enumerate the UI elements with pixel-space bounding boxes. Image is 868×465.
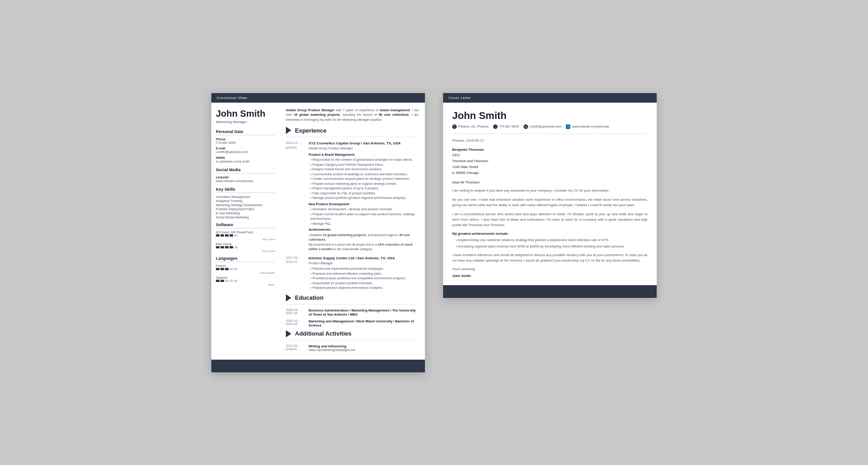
cv-main: Global Group Product Manager with 7 year… <box>279 103 425 360</box>
exp-1-new-label: New Product Development: <box>309 202 419 207</box>
skill-3: Marketing Strategy Development <box>216 203 275 207</box>
linkedin-value: www.linkedin.com/johnutw <box>216 179 275 183</box>
email-icon: ✉ <box>524 124 528 129</box>
exp-1-date: 2010-12 -present <box>286 141 309 252</box>
education-header: Education <box>286 294 419 302</box>
languages-title: Languages <box>216 256 275 262</box>
edu-2-school: Marketing and Management / West Miami Un… <box>309 319 419 327</box>
exp-1-new-2: • Prepare communication plans to support… <box>309 212 419 222</box>
cl-achievements-title: My greatest achievements include: <box>452 232 648 236</box>
linkedin-label: LinkedIn <box>216 176 275 179</box>
software-2-rating <box>216 246 275 248</box>
software-1-label: Very Good <box>216 238 275 241</box>
cl-name: John Smith <box>452 110 648 122</box>
edu-entry-1: 2005-09 -2007-05 Business Administration… <box>286 308 419 317</box>
education-title: Education <box>295 294 324 301</box>
location-icon: 📍 <box>452 124 457 129</box>
cl-header-bar: Cover Letter <box>443 93 657 103</box>
cv-body: John Smith Marketing Manager Personal Da… <box>211 103 425 360</box>
exp-1-content: XYZ Cosmetics Capital Group / San Antoni… <box>309 141 419 252</box>
recipient-name: Benjamin Thomson <box>452 148 484 152</box>
exp-2-date: 2007-09 -2010-11 <box>286 256 309 291</box>
cl-linkedin-text: www.linkedin.com/johnutw <box>572 125 609 128</box>
act-1-url: www.mymarketingcampaigns.me <box>309 348 419 351</box>
edu-1-content: Business Administration / Marketing Mana… <box>309 308 419 317</box>
cv-job-title: Marketing Manager <box>216 120 275 124</box>
cl-achievement-2: • Increasing regional sales revenue from… <box>452 244 648 249</box>
exp-2-company: Kitchen Supply Center Ltd / San Antonio,… <box>309 256 419 261</box>
documents-container: Curriculum Vitae John Smith Marketing Ma… <box>211 93 657 372</box>
cl-para-4: I have excellent references and would be… <box>452 252 648 263</box>
email-label: E-mail <box>216 147 275 150</box>
act-1-title: Writing and Influencing <box>309 344 419 348</box>
software-1-rating <box>216 234 275 237</box>
edu-1-date: 2005-09 -2007-05 <box>286 308 309 317</box>
recipient-title: CEO <box>452 153 459 157</box>
exp-2-b4: • Responsible for product portfolio fore… <box>309 281 419 286</box>
key-skills-title: Key Skills <box>216 187 275 193</box>
phone-value: 774-987-4009 <box>216 141 275 145</box>
exp-2-content: Kitchen Supply Center Ltd / San Antonio,… <box>309 256 419 291</box>
activities-header: Additional Activities <box>286 330 419 337</box>
recipient-address: 1140 Main Street <box>452 165 478 169</box>
edu-2-date: 2000-10 -2004-05 <box>286 319 309 327</box>
cl-para-3: I am a conscientious person who works ha… <box>452 212 648 228</box>
exp-1-new-3: • Manage P&L. <box>309 222 419 227</box>
cv-footer <box>211 360 425 372</box>
cl-footer <box>443 285 657 298</box>
act-1-content: Writing and Influencing www.mymarketingc… <box>309 344 419 351</box>
www-label: WWW <box>216 156 275 159</box>
exp-1-product-label: Product & Brand Management: <box>309 153 419 158</box>
cl-divider <box>452 134 648 134</box>
skill-6: Social Media Marketing <box>216 216 275 219</box>
lang-2-rating <box>216 280 275 282</box>
cl-signature: John Smith <box>452 274 648 278</box>
lang-1-label: Intermediate <box>216 272 275 274</box>
exp-1-bullet-5: • Create communication support plans for… <box>309 177 419 182</box>
cl-greeting: Dear Mr Thomson <box>452 180 648 184</box>
exp-1-bullet-3: • Analyze market trends and recommend so… <box>309 167 419 172</box>
lang-1-rating <box>216 268 275 270</box>
software-1: MS Excel, MS PowerPoint <box>216 231 275 234</box>
activities-title: Additional Activities <box>295 330 351 337</box>
exp-2-b1: • Planned and implemented promotional ca… <box>309 267 419 272</box>
cl-para-2: As you can see, I have had extensive vac… <box>452 197 648 208</box>
exp-1-bullet-4: • Communicate product knowledge to custo… <box>309 172 419 177</box>
exp-2-position: Product Manager <box>309 261 419 266</box>
software-2: Mail Chimp <box>216 242 275 246</box>
edu-1-school: Business Administration / Marketing Mana… <box>309 308 419 317</box>
cv-name: John Smith <box>216 108 275 119</box>
exp-1-bullet-9: • Manage product portfolio (product segm… <box>309 196 419 201</box>
cl-valediction: Yours sincerely <box>452 267 648 271</box>
cl-para-1: I am writing to enquire if you have any … <box>452 188 648 193</box>
exp-entry-2: 2007-09 -2010-11 Kitchen Supply Center L… <box>286 256 419 291</box>
cl-contact-row: 📍 Phoenix, AZ, Phoenix 📞 774-987-4009 ✉ … <box>452 124 648 129</box>
cv-summary: Global Group Product Manager with 7 year… <box>286 108 419 123</box>
experience-header: Experience <box>286 127 419 134</box>
experience-arrow <box>286 127 291 134</box>
cl-phone: 📞 774-987-4009 <box>493 124 519 129</box>
social-media-title: Social Media <box>216 168 275 173</box>
software-2-label: Very Good <box>216 250 275 252</box>
cl-date: Phoenix, 2016-05-17 <box>452 139 648 143</box>
act-entry-1: 2012-01 -present Writing and Influencing… <box>286 344 419 351</box>
cl-recipient: Benjamin Thomson CEO Thomson and Thomson… <box>452 147 648 176</box>
lang-2: Spanish <box>216 276 275 279</box>
phone-icon: 📞 <box>493 124 498 129</box>
recipient-company: Thomson and Thomson <box>452 159 488 163</box>
exp-2-b3: • Provided product portfolios and compet… <box>309 276 419 281</box>
skill-1: Innovation Management <box>216 195 275 198</box>
lang-2-label: Basic <box>216 283 275 286</box>
exp-1-bullet-7: • Project management (teams of up to 5 p… <box>309 186 419 191</box>
exp-1-new-1: • Innovation development - develop new p… <box>309 207 419 212</box>
cl-location: 📍 Phoenix, AZ, Phoenix <box>452 124 489 129</box>
act-1-date: 2012-01 -present <box>286 344 309 351</box>
cv-header-bar: Curriculum Vitae <box>211 93 425 103</box>
cl-phone-text: 774-987-4009 <box>499 125 519 128</box>
activities-arrow <box>286 330 291 337</box>
exp-1-achievements-label: Achievements: <box>309 228 419 232</box>
skill-5: E-mail Marketing <box>216 212 275 215</box>
edu-entry-2: 2000-10 -2004-05 Marketing and Managemen… <box>286 319 419 327</box>
email-value: j.smith@uptowork.com <box>216 150 275 154</box>
exp-1-position: Global Group Product Manager <box>309 146 419 151</box>
